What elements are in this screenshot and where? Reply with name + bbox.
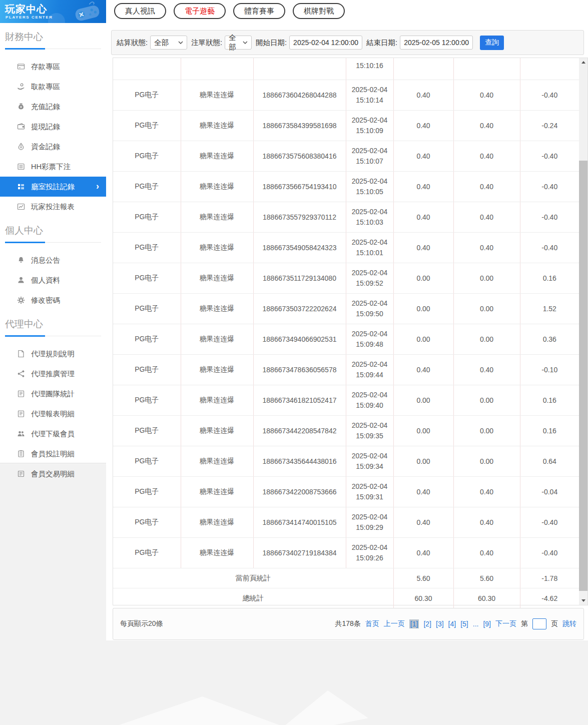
sidebar-item-label: 充值記錄: [31, 102, 60, 112]
sidebar-item-doc[interactable]: 代理規則說明: [0, 344, 106, 364]
pagination-page-current[interactable]: [1]: [409, 619, 419, 628]
pagination-first[interactable]: 首页: [365, 619, 379, 628]
cell-game-name: 糖果连连爆: [181, 263, 253, 294]
pagination-page[interactable]: [3]: [436, 620, 444, 628]
cell-valid-bet: 0.40: [453, 141, 520, 172]
tab-active[interactable]: 電子遊藝: [174, 3, 226, 19]
cell-game-name: 糖果连连爆: [181, 294, 253, 324]
goto-page-input[interactable]: [532, 618, 546, 629]
pagination-prev[interactable]: 上一页: [384, 619, 405, 628]
chevron-right-icon: ›: [96, 181, 99, 192]
page-summary-row: 當前頁統計5.605.60-1.78: [113, 568, 579, 588]
cell-game-name: 糖果连连爆: [181, 538, 253, 568]
cell-bet-time: 2025-02-0415:09:52: [346, 263, 393, 294]
sidebar-item-label: 修改密碼: [31, 296, 60, 305]
sidebar-item-moneybag[interactable]: 充值記錄: [0, 97, 106, 117]
bet-records-table: 15:10:16PG电子糖果连连爆18866736042680442882025…: [113, 58, 579, 608]
end-date-input[interactable]: [400, 36, 473, 50]
summary-bet-amount: 60.30: [393, 588, 453, 608]
cell-order-number: 1886673422008753666: [253, 477, 346, 507]
pagination-page[interactable]: [5]: [460, 620, 468, 628]
sidebar-item-bell[interactable]: 消息公告: [0, 250, 106, 270]
sidebar-item-label: 代理推廣管理: [31, 369, 75, 379]
cell-provider: PG电子: [113, 477, 181, 507]
cell-provider: PG电子: [113, 355, 181, 385]
sidebar-item-list[interactable]: HH彩票下注: [0, 157, 106, 177]
sidebar-item-grid-list[interactable]: 廳室投註記錄›: [0, 177, 106, 197]
cell-bet-time: 2025-02-0415:09:26: [346, 538, 393, 568]
cell-bet-time: 2025-02-0415:09:48: [346, 324, 393, 355]
sidebar-item-wallet[interactable]: 提現記錄: [0, 117, 106, 137]
sidebar-item-card[interactable]: 存款專區: [0, 57, 106, 77]
cell-provider: PG电子: [113, 202, 181, 233]
cell-bet-amount: 0.40: [393, 538, 453, 568]
cell-provider: PG电子: [113, 172, 181, 202]
note-icon: [17, 450, 25, 458]
cell-game-name: 糖果连连爆: [181, 446, 253, 477]
sidebar-item-label: 會員交易明細: [31, 469, 75, 479]
section-underline: [5, 242, 101, 243]
cell-valid-bet: [453, 58, 520, 80]
total-summary-row: 總統計60.3060.30-4.62: [113, 588, 579, 608]
cell-bet-amount: 0.40: [393, 111, 453, 141]
summary-label: 當前頁統計: [113, 568, 393, 588]
table-scrollbar[interactable]: [579, 58, 587, 605]
share-icon: [17, 370, 25, 378]
sidebar-item-coin-doc[interactable]: 資金記錄: [0, 137, 106, 157]
sidebar-item-user[interactable]: 個人資料: [0, 270, 106, 290]
main-content: 真人視訊電子遊藝體育賽事棋牌對戰 結算狀態: 全部 注單狀態: 全部 開始日期:…: [106, 0, 588, 640]
sidebar-item-share[interactable]: 代理推廣管理: [0, 364, 106, 384]
section-title: 財務中心: [5, 31, 101, 44]
cell-provider: PG电子: [113, 324, 181, 355]
pagination-page[interactable]: [4]: [448, 620, 456, 628]
pagination-page[interactable]: [9]: [483, 620, 491, 628]
chart-icon: [17, 203, 25, 211]
goto-page-button[interactable]: 跳转: [562, 619, 576, 628]
sidebar-item-report[interactable]: 代理團隊統計: [0, 384, 106, 404]
sidebar-item-label: 取款專區: [31, 82, 60, 92]
cell-order-number: 1886673566754193410: [253, 172, 346, 202]
sidebar-item-users[interactable]: 代理下級會員: [0, 424, 106, 444]
sidebar-item-note2[interactable]: 會員交易明細: [0, 464, 106, 484]
cell-win-loss: -0.40: [520, 507, 579, 538]
tab[interactable]: 體育賽事: [233, 3, 285, 19]
cell-valid-bet: 0.40: [453, 477, 520, 507]
cell-order-number: 1886673575608380416: [253, 141, 346, 172]
tab[interactable]: 棋牌對戰: [293, 3, 345, 19]
card-icon: [17, 63, 25, 71]
sidebar-item-chart[interactable]: 玩家投注報表: [0, 197, 106, 217]
user-icon: [17, 276, 25, 284]
start-date-input[interactable]: [289, 36, 362, 50]
cell-valid-bet: 0.00: [453, 294, 520, 324]
end-date-label: 結束日期:: [366, 38, 397, 48]
cell-win-loss: -0.10: [520, 355, 579, 385]
cell-valid-bet: 0.40: [453, 202, 520, 233]
pagination-page[interactable]: [2]: [423, 620, 431, 628]
scroll-up-button[interactable]: [579, 58, 587, 67]
cell-bet-amount: 0.00: [393, 263, 453, 294]
search-button[interactable]: 查詢: [480, 36, 504, 50]
table-row: PG电子糖果连连爆18866734422085478422025-02-0415…: [113, 416, 579, 446]
sidebar-item-hand-coin[interactable]: 取款專區: [0, 77, 106, 97]
settle-status-select[interactable]: 全部: [150, 36, 187, 50]
cell-valid-bet: 0.40: [453, 172, 520, 202]
pagination-next[interactable]: 下一页: [495, 619, 516, 628]
grid-list-icon: [17, 183, 25, 191]
cell-order-number: 1886673549058424323: [253, 233, 346, 263]
cell-win-loss: 0.16: [520, 263, 579, 294]
scrollbar-thumb[interactable]: [579, 161, 587, 591]
sidebar-item-gear[interactable]: 修改密碼: [0, 290, 106, 310]
gear-icon: [17, 296, 25, 304]
scroll-down-button[interactable]: [579, 596, 587, 605]
sidebar-item-report[interactable]: 代理報表明細: [0, 404, 106, 424]
settle-status-value: 全部: [154, 38, 169, 48]
cell-game-name: [181, 58, 253, 80]
cell-game-name: 糖果连连爆: [181, 416, 253, 446]
bell-icon: [17, 256, 25, 264]
tab[interactable]: 真人視訊: [114, 3, 166, 19]
sidebar-item-label: 會員投註明細: [31, 449, 75, 459]
hand-coin-icon: [17, 83, 25, 91]
order-status-select[interactable]: 全部: [225, 36, 252, 50]
sidebar-item-note[interactable]: 會員投註明細: [0, 444, 106, 464]
cell-provider: PG电子: [113, 111, 181, 141]
